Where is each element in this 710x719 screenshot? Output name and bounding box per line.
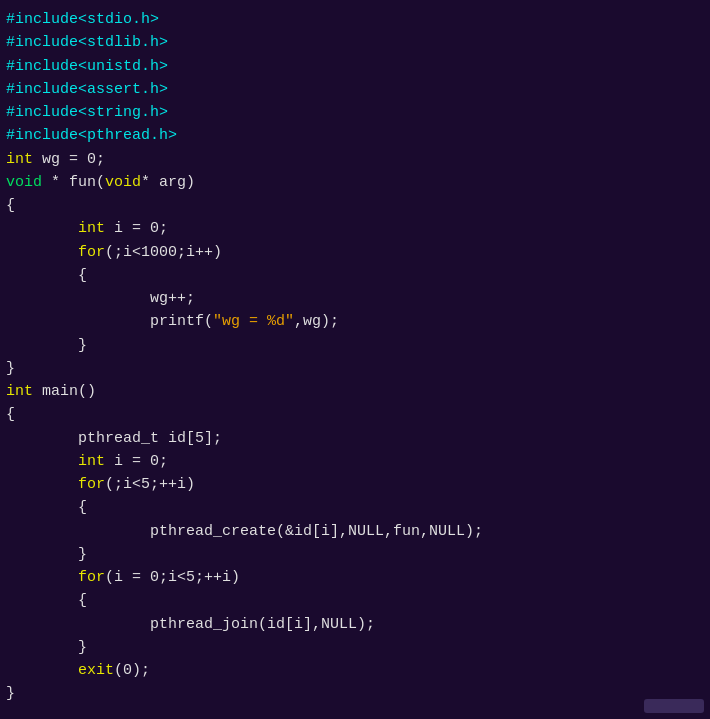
- code-line: printf("wg = %d",wg);: [6, 310, 704, 333]
- code-line: int i = 0;: [6, 217, 704, 240]
- code-line: #include<stdlib.h>: [6, 31, 704, 54]
- code-line: int main(): [6, 380, 704, 403]
- code-line: #include<string.h>: [6, 101, 704, 124]
- code-line: {: [6, 403, 704, 426]
- code-line: {: [6, 194, 704, 217]
- code-line: }: [6, 334, 704, 357]
- code-block: #include<stdio.h>#include<stdlib.h>#incl…: [6, 8, 704, 706]
- code-line: {: [6, 589, 704, 612]
- code-line: }: [6, 682, 704, 705]
- code-line: #include<stdio.h>: [6, 8, 704, 31]
- code-line: void * fun(void* arg): [6, 171, 704, 194]
- code-line: int i = 0;: [6, 450, 704, 473]
- code-line: pthread_create(&id[i],NULL,fun,NULL);: [6, 520, 704, 543]
- code-line: for(i = 0;i<5;++i): [6, 566, 704, 589]
- code-line: #include<pthread.h>: [6, 124, 704, 147]
- code-line: int wg = 0;: [6, 148, 704, 171]
- code-line: }: [6, 543, 704, 566]
- code-line: for(;i<1000;i++): [6, 241, 704, 264]
- code-line: wg++;: [6, 287, 704, 310]
- code-line: {: [6, 264, 704, 287]
- code-line: }: [6, 636, 704, 659]
- code-line: }: [6, 357, 704, 380]
- code-line: for(;i<5;++i): [6, 473, 704, 496]
- code-line: pthread_t id[5];: [6, 427, 704, 450]
- code-line: exit(0);: [6, 659, 704, 682]
- code-editor: #include<stdio.h>#include<stdlib.h>#incl…: [0, 0, 710, 719]
- code-line: #include<assert.h>: [6, 78, 704, 101]
- code-line: {: [6, 496, 704, 519]
- scrollbar[interactable]: [644, 699, 704, 713]
- code-line: pthread_join(id[i],NULL);: [6, 613, 704, 636]
- code-line: #include<unistd.h>: [6, 55, 704, 78]
